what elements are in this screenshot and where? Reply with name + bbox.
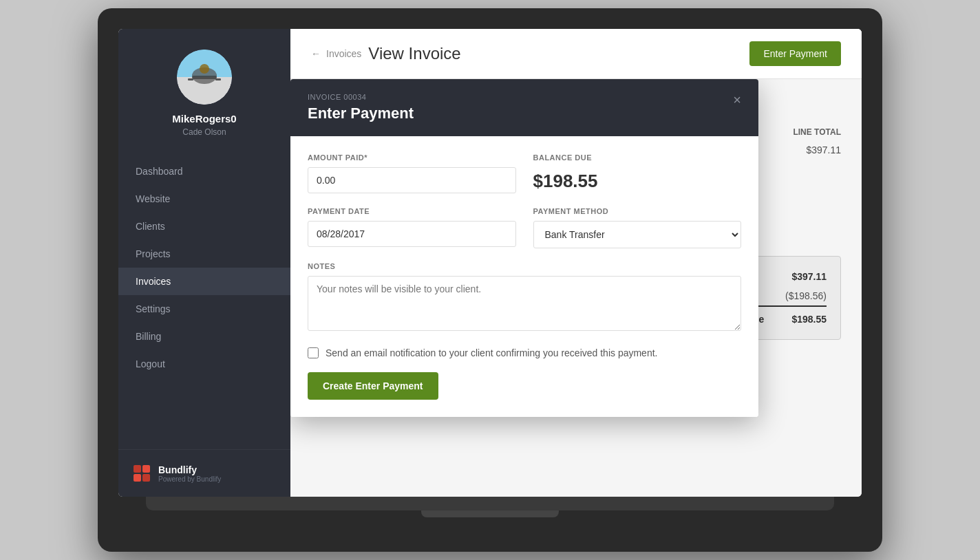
modal-header: INVOICE 00034 Enter Payment × (290, 79, 758, 136)
email-notification-label: Send an email notification to your clien… (326, 347, 657, 358)
breadcrumb[interactable]: ← Invoices (311, 48, 361, 59)
line-total-header: LINE TOTAL (793, 127, 841, 137)
enter-payment-modal: INVOICE 00034 Enter Payment × AMOUNT PAI… (290, 79, 758, 417)
balance-due-value-bg: $198.55 (791, 314, 827, 325)
bold-total: $397.11 (791, 271, 827, 282)
sidebar-item-logout[interactable]: Logout (118, 350, 290, 378)
back-arrow-icon: ← (311, 48, 321, 59)
svg-rect-10 (142, 474, 150, 482)
svg-rect-4 (192, 76, 217, 79)
svg-rect-7 (134, 465, 141, 473)
notes-label: NOTES (308, 262, 741, 270)
laptop-base (146, 497, 834, 510)
amount-paid-group: AMOUNT PAID* (308, 153, 516, 193)
brand-name: Bundlify (158, 464, 221, 475)
email-notification-checkbox[interactable] (308, 347, 319, 358)
payment-method-select[interactable]: Bank Transfer Credit Card Cash Check Pay… (533, 221, 742, 248)
balance-due-label: BALANCE DUE (533, 153, 742, 162)
laptop-frame: MikeRogers0 Cade Olson Dashboard Website… (98, 8, 882, 552)
payment-date-input[interactable] (308, 221, 516, 247)
email-notification-row: Send an email notification to your clien… (308, 347, 741, 358)
svg-rect-6 (215, 78, 221, 80)
modal-invoice-label: INVOICE 00034 (308, 93, 414, 101)
sidebar-nav: Dashboard Website Clients Projects Invoi… (118, 151, 290, 449)
amount-paid-label: AMOUNT PAID* (308, 153, 516, 162)
sidebar-username: MikeRogers0 (172, 113, 236, 125)
notes-textarea[interactable] (308, 276, 741, 331)
enter-payment-header-button[interactable]: Enter Payment (749, 41, 841, 66)
svg-rect-9 (134, 474, 141, 482)
sidebar-user-subtitle: Cade Olson (182, 127, 226, 137)
main-header: ← Invoices View Invoice Enter Payment (290, 29, 862, 79)
payment-date-label: PAYMENT DATE (308, 207, 516, 215)
amount-paid-input[interactable] (308, 167, 516, 193)
sidebar-item-projects[interactable]: Projects (118, 240, 290, 268)
avatar-image (177, 50, 232, 105)
sidebar-item-clients[interactable]: Clients (118, 213, 290, 240)
laptop-stand (421, 510, 559, 517)
modal-title: Enter Payment (308, 105, 414, 122)
sidebar-item-billing[interactable]: Billing (118, 323, 290, 350)
page-title: View Invoice (368, 44, 460, 63)
balance-due-group: BALANCE DUE $198.55 (533, 153, 742, 193)
bundlify-icon (132, 464, 151, 483)
form-row-2: PAYMENT DATE PAYMENT METHOD Bank Transfe… (308, 207, 741, 248)
form-row-1: AMOUNT PAID* BALANCE DUE $198.55 (308, 153, 741, 193)
modal-header-info: INVOICE 00034 Enter Payment (308, 93, 414, 122)
balance-due-value: $198.55 (533, 167, 742, 192)
sidebar-item-website[interactable]: Website (118, 185, 290, 213)
breadcrumb-link[interactable]: Invoices (326, 48, 361, 59)
sidebar: MikeRogers0 Cade Olson Dashboard Website… (118, 29, 290, 497)
sidebar-footer: Bundlify Powered by Bundlify (118, 449, 290, 497)
main-body: partial LINE TOTAL $397.11 $397.11 Amou (290, 79, 862, 497)
line-total-value: $397.11 (806, 144, 841, 155)
laptop-screen: MikeRogers0 Cade Olson Dashboard Website… (118, 29, 862, 497)
payment-method-group: PAYMENT METHOD Bank Transfer Credit Card… (533, 207, 742, 248)
main-content: ← Invoices View Invoice Enter Payment pa… (290, 29, 862, 497)
modal-body: AMOUNT PAID* BALANCE DUE $198.55 PA (290, 136, 758, 417)
payment-method-label: PAYMENT METHOD (533, 207, 742, 215)
amount-paid-value: ($198.56) (785, 290, 827, 301)
brand-powered: Powered by Bundlify (158, 475, 221, 483)
notes-group: NOTES (308, 262, 741, 334)
sidebar-item-settings[interactable]: Settings (118, 295, 290, 323)
sidebar-profile: MikeRogers0 Cade Olson (118, 29, 290, 151)
brand-info: Bundlify Powered by Bundlify (158, 464, 221, 483)
payment-date-group: PAYMENT DATE (308, 207, 516, 248)
create-payment-button[interactable]: Create Enter Payment (308, 372, 438, 400)
avatar (177, 50, 232, 105)
modal-close-button[interactable]: × (733, 93, 741, 107)
svg-rect-5 (188, 78, 193, 80)
sidebar-item-invoices[interactable]: Invoices (118, 268, 290, 295)
sidebar-item-dashboard[interactable]: Dashboard (118, 158, 290, 185)
svg-rect-8 (142, 465, 150, 473)
svg-point-3 (200, 64, 209, 74)
